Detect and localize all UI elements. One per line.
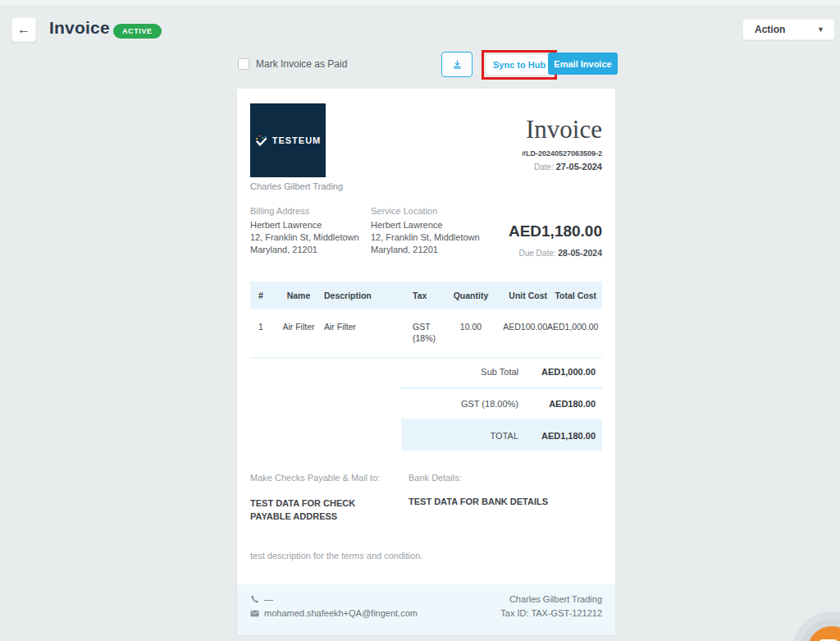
cell-index: 1 [250,321,275,344]
mark-paid-label: Mark Invoice as Paid [256,58,347,70]
footer-tax-id: Tax ID: TAX-GST-121212 [500,608,602,618]
col-header: Quantity [447,291,495,300]
cell-description: Air Filter [322,321,406,344]
download-button[interactable] [441,52,472,77]
table-row: 1 Air Filter Air Filter GST (18%) 10.00 … [250,309,602,357]
billing-line: Herbert Lawrence [250,219,359,231]
invoice-total-amount: AED1,180.00 [509,222,602,240]
phone-icon [250,595,259,604]
action-dropdown[interactable]: Action ▼ [742,19,835,40]
subtotal-row: Sub Total AED1,000.00 [401,357,602,387]
service-line: Maryland, 21201 [371,244,480,256]
cell-name: Air Filter [275,321,322,344]
envelope-icon [250,609,259,618]
billing-line: Maryland, 21201 [250,244,359,256]
invoice-doc-title: Invoice [526,115,602,144]
invoice-date-label: Date: [534,163,554,172]
invoice-card: TESTEUM Charles Gilbert Trading Invoice … [237,89,615,635]
testeum-logo-icon [255,135,268,147]
due-date-label: Due Date: [518,249,555,258]
chat-widget-button[interactable] [807,626,840,641]
billing-address-label: Billing Address [250,206,359,216]
grand-total-value: AED1,180.00 [518,431,602,441]
back-arrow-icon: ← [17,22,30,37]
grand-total-label: TOTAL [408,431,518,441]
invoice-number: #LD-20240527063509-2 [522,149,602,158]
due-date-value: 28-05-2024 [558,248,602,258]
billing-address-block: Billing Address Herbert Lawrence 12, Fra… [250,206,359,256]
invoice-footer: — mohamed.shafeekh+QA@fingent.com Charle… [237,584,615,635]
tax-row: GST (18.00%) AED180.00 [401,389,602,419]
checks-payable-value: TEST DATA FOR CHECK PAYABLE ADDRESS [250,497,391,523]
col-header: Tax [406,291,447,300]
footer-phone-value: — [264,594,273,604]
col-header: Description [322,291,406,300]
chevron-down-icon: ▼ [817,25,824,34]
mark-paid-checkbox[interactable] [238,58,249,70]
totals-block: Sub Total AED1,000.00 GST (18.00%) AED18… [401,357,602,451]
col-header: Name [275,291,322,300]
terms-description: test description for the terms and condi… [250,551,422,561]
grand-total-row: TOTAL AED1,180.00 [401,421,602,451]
company-name: Charles Gilbert Trading [250,181,343,191]
sync-to-hub-highlight-box: Sync to Hub [482,50,557,80]
col-header: Total Cost [547,291,602,300]
invoice-date: Date: 27-05-2024 [534,162,602,172]
logo-text: TESTEUM [272,135,322,145]
subtotal-label: Sub Total [408,367,518,377]
cell-quantity: 10.00 [447,321,495,344]
service-location-label: Service Location [371,206,480,216]
footer-email-row: mohamed.shafeekh+QA@fingent.com [250,608,418,618]
company-logo: TESTEUM [250,103,326,177]
page-title: Invoice [49,18,110,38]
footer-phone-row: — [250,594,418,604]
email-invoice-button[interactable]: Email Invoice [548,53,618,75]
subtotal-value: AED1,000.00 [518,367,602,377]
cell-total-cost: AED1,000.00 [547,321,602,344]
col-header: # [250,291,275,300]
tax-label: GST (18.00%) [408,399,518,409]
action-dropdown-label: Action [755,24,785,35]
service-location-block: Service Location Herbert Lawrence 12, Fr… [371,206,480,256]
due-date: Due Date: 28-05-2024 [518,248,602,258]
service-line: Herbert Lawrence [371,219,480,231]
top-strip [0,0,840,5]
table-header-row: # Name Description Tax Quantity Unit Cos… [250,282,602,309]
footer-company-name: Charles Gilbert Trading [500,594,602,604]
chat-widget-halo [792,611,840,641]
download-icon [453,60,462,69]
bank-details-value: TEST DATA FOR BANK DETAILS [409,497,548,506]
status-badge: ACTIVE [113,24,162,39]
invoice-date-value: 27-05-2024 [556,162,602,172]
sync-to-hub-button[interactable]: Sync to Hub [486,55,552,75]
tax-value: AED180.00 [518,399,602,409]
line-items-table: # Name Description Tax Quantity Unit Cos… [250,282,602,359]
service-line: 12, Franklin St, Middletown [371,231,480,244]
col-header: Unit Cost [495,291,547,300]
cell-tax: GST (18%) [406,321,447,344]
billing-line: 12, Franklin St, Middletown [250,231,359,244]
cell-unit-cost: AED100.00 [495,321,547,344]
footer-email-value: mohamed.shafeekh+QA@fingent.com [264,608,418,618]
checks-payable-label: Make Checks Payable & Mail to: [250,473,380,483]
bank-details-label: Bank Details: [409,473,462,483]
back-button[interactable]: ← [11,17,36,42]
